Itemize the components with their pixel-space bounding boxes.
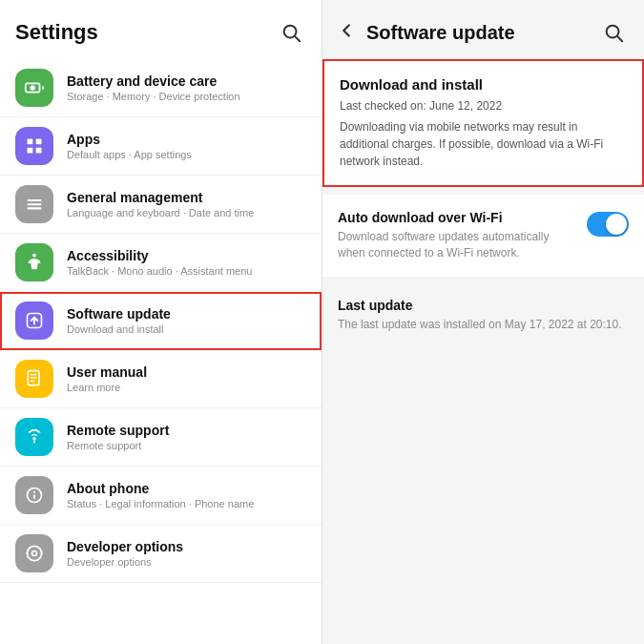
developer-subtitle: Developer options	[67, 556, 183, 568]
general-text: General management Language and keyboard…	[67, 190, 254, 218]
last-update-description: The last update was installed on May 17,…	[338, 317, 629, 333]
svg-point-4	[30, 85, 35, 91]
apps-subtitle: Default apps · App settings	[67, 149, 192, 160]
auto-download-section: Auto download over Wi-Fi Download softwa…	[322, 195, 644, 277]
accessibility-text: Accessibility TalkBack · Mono audio · As…	[67, 248, 252, 277]
user-manual-icon	[15, 360, 53, 398]
auto-download-text: Auto download over Wi-Fi Download softwa…	[338, 210, 575, 261]
svg-point-18	[32, 437, 35, 440]
battery-title: Battery and device care	[67, 73, 240, 89]
last-update-title: Last update	[338, 298, 629, 313]
left-search-button[interactable]	[276, 17, 306, 48]
battery-text: Battery and device care Storage · Memory…	[67, 73, 240, 102]
svg-line-1	[295, 36, 300, 41]
user-manual-title: User manual	[67, 364, 147, 380]
about-phone-icon	[15, 476, 53, 514]
battery-icon	[15, 69, 53, 107]
sidebar-item-general[interactable]: General management Language and keyboard…	[0, 176, 322, 234]
settings-title: Settings	[15, 20, 98, 45]
sidebar-item-battery[interactable]: Battery and device care Storage · Memory…	[0, 59, 322, 117]
svg-rect-10	[28, 203, 42, 205]
sidebar-item-remote-support[interactable]: Remote support Remote support	[0, 408, 322, 467]
battery-subtitle: Storage · Memory · Device protection	[67, 91, 240, 102]
settings-list: Battery and device care Storage · Memory…	[0, 59, 322, 644]
download-install-last-checked: Last checked on: June 12, 2022	[340, 97, 627, 114]
auto-download-description: Download software updates automatically …	[338, 229, 575, 261]
user-manual-subtitle: Learn more	[67, 382, 147, 393]
back-button[interactable]	[336, 20, 357, 46]
right-header: Software update	[322, 0, 644, 59]
user-manual-text: User manual Learn more	[67, 364, 147, 393]
software-update-title: Software update	[67, 306, 171, 322]
developer-text: Developer options Developer options	[67, 539, 183, 568]
software-update-subtitle: Download and install	[67, 323, 171, 335]
developer-title: Developer options	[67, 539, 183, 554]
svg-rect-5	[28, 139, 33, 145]
svg-rect-19	[33, 440, 35, 443]
apps-title: Apps	[67, 132, 192, 147]
software-update-panel: Software update Download and install Las…	[322, 0, 644, 644]
about-phone-subtitle: Status · Legal information · Phone name	[67, 498, 254, 509]
remote-support-icon	[15, 418, 53, 456]
settings-header: Settings	[0, 0, 322, 59]
svg-rect-17	[31, 381, 34, 382]
settings-panel: Settings Battery and device care Storage…	[0, 0, 322, 644]
sidebar-item-accessibility[interactable]: Accessibility TalkBack · Mono audio · As…	[0, 234, 322, 292]
sidebar-item-software-update[interactable]: Software update Download and install	[0, 292, 322, 350]
sidebar-item-about-phone[interactable]: About phone Status · Legal information ·…	[0, 467, 322, 525]
accessibility-title: Accessibility	[67, 248, 252, 263]
toggle-knob	[606, 214, 627, 235]
svg-rect-6	[36, 139, 42, 145]
general-title: General management	[67, 190, 254, 205]
accessibility-icon	[15, 243, 53, 281]
remote-support-text: Remote support Remote support	[67, 423, 169, 451]
download-install-card[interactable]: Download and install Last checked on: Ju…	[322, 59, 644, 187]
right-header-left: Software update	[336, 20, 515, 46]
general-icon	[15, 185, 53, 223]
svg-rect-16	[31, 377, 37, 378]
about-phone-title: About phone	[67, 481, 254, 496]
right-panel-title: Software update	[366, 22, 515, 44]
sidebar-item-user-manual[interactable]: User manual Learn more	[0, 350, 322, 408]
svg-rect-11	[28, 207, 42, 209]
svg-point-21	[33, 491, 35, 493]
accessibility-subtitle: TalkBack · Mono audio · Assistant menu	[67, 265, 252, 277]
apps-icon	[15, 127, 53, 165]
sidebar-item-developer[interactable]: Developer options Developer options	[0, 525, 322, 583]
right-content: Download and install Last checked on: Ju…	[322, 59, 644, 644]
software-update-text: Software update Download and install	[67, 306, 171, 335]
apps-text: Apps Default apps · App settings	[67, 132, 192, 160]
svg-point-12	[32, 254, 36, 258]
svg-rect-9	[28, 199, 42, 201]
developer-icon	[15, 534, 53, 572]
remote-support-subtitle: Remote support	[67, 440, 169, 451]
download-install-title: Download and install	[340, 76, 627, 93]
svg-line-27	[617, 36, 622, 41]
svg-rect-15	[31, 374, 37, 375]
remote-support-title: Remote support	[67, 423, 169, 438]
svg-rect-22	[33, 494, 35, 499]
about-phone-text: About phone Status · Legal information ·…	[67, 481, 254, 509]
svg-rect-8	[36, 148, 42, 154]
svg-rect-7	[28, 148, 33, 154]
software-update-icon	[15, 301, 53, 340]
general-subtitle: Language and keyboard · Date and time	[67, 207, 254, 218]
right-search-button[interactable]	[598, 17, 629, 48]
last-update-section: Last update The last update was installe…	[322, 284, 644, 341]
download-install-description: Downloading via mobile networks may resu…	[340, 118, 627, 170]
svg-point-24	[32, 551, 37, 556]
auto-download-title: Auto download over Wi-Fi	[338, 210, 575, 225]
svg-point-23	[28, 547, 42, 561]
auto-download-toggle[interactable]	[587, 212, 629, 237]
sidebar-item-apps[interactable]: Apps Default apps · App settings	[0, 117, 322, 176]
